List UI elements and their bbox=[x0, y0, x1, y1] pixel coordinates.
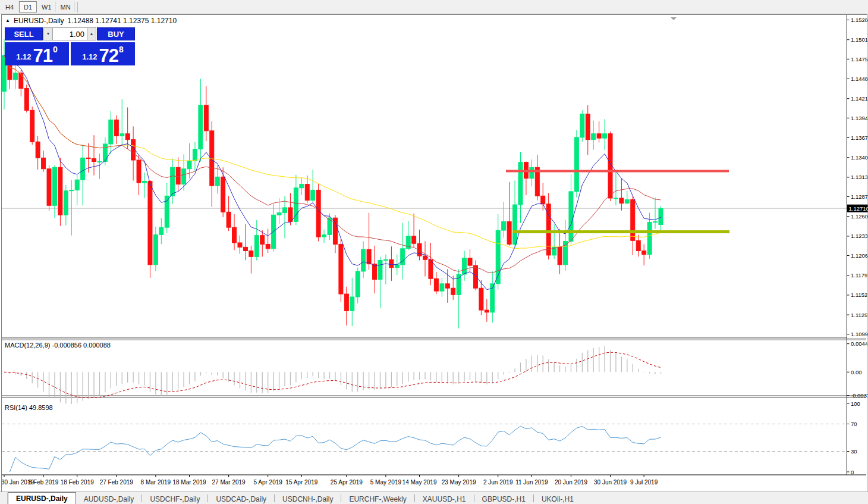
svg-text:70: 70 bbox=[851, 421, 857, 427]
timeframe-button-h4[interactable]: H4 bbox=[1, 1, 18, 12]
symbol-title: EURUSD-,Daily bbox=[14, 17, 64, 25]
svg-text:1.13135: 1.13135 bbox=[851, 174, 868, 180]
date-tick-label: 18 Feb 2019 bbox=[61, 479, 95, 486]
svg-text:1.11255: 1.11255 bbox=[851, 312, 868, 318]
svg-text:1.15015: 1.15015 bbox=[851, 36, 868, 43]
sell-price-sup: 0 bbox=[53, 45, 58, 54]
tab-xauusd-h1[interactable]: XAUUSD-,H1 bbox=[415, 493, 474, 504]
date-tick-label: 15 Apr 2019 bbox=[285, 479, 317, 486]
buy-price-sup: 8 bbox=[119, 45, 124, 54]
volume-spinner: ▼ ▲ bbox=[43, 27, 96, 40]
svg-text:1.13675: 1.13675 bbox=[851, 134, 868, 141]
volume-decrement-button[interactable]: ▼ bbox=[43, 27, 53, 40]
date-tick-label: 20 Jun 2019 bbox=[555, 479, 587, 486]
buy-price-big: 72 bbox=[99, 48, 118, 64]
mt4-screen: 1.152851.150151.147501.144801.142101.139… bbox=[0, 0, 868, 504]
svg-text:1.12065: 1.12065 bbox=[851, 252, 868, 259]
sell-price-big: 71 bbox=[33, 48, 52, 64]
svg-text:1.10990: 1.10990 bbox=[851, 331, 868, 337]
svg-text:-0.00371: -0.00371 bbox=[851, 392, 868, 399]
svg-text:1.14480: 1.14480 bbox=[851, 76, 868, 82]
date-tick-label: 25 Apr 2019 bbox=[331, 479, 363, 486]
tabbar-spacer bbox=[0, 493, 8, 504]
timeframe-button-mn[interactable]: MN bbox=[56, 1, 75, 12]
tab-eurusd-daily[interactable]: EURUSD-,Daily bbox=[8, 492, 76, 504]
chart-tabs-bar: EURUSD-,DailyAUDUSD-,DailyUSDCHF-,DailyU… bbox=[0, 492, 868, 504]
svg-text:1.11525: 1.11525 bbox=[851, 292, 868, 298]
tab-usdcad-daily[interactable]: USDCAD-,Daily bbox=[208, 493, 274, 504]
macd-label: MACD(12,26,9) -0.000856 0.000088 bbox=[5, 342, 111, 349]
svg-text:1.14750: 1.14750 bbox=[851, 56, 868, 62]
sell-button[interactable]: SELL bbox=[5, 27, 43, 40]
tab-usdcnh-daily[interactable]: USDCNH-,Daily bbox=[275, 493, 341, 504]
buy-price[interactable]: 1.12 72 8 bbox=[71, 42, 135, 65]
chart-canvas[interactable]: 1.152851.150151.147501.144801.142101.139… bbox=[0, 0, 868, 504]
svg-text:1.15285: 1.15285 bbox=[851, 17, 868, 23]
volume-increment-button[interactable]: ▲ bbox=[87, 27, 96, 40]
svg-text:0.00: 0.00 bbox=[851, 369, 862, 375]
date-tick-label: 23 May 2019 bbox=[442, 479, 476, 486]
svg-text:1.13405: 1.13405 bbox=[851, 154, 868, 161]
date-tick-label: 2 Jun 2019 bbox=[483, 479, 513, 486]
current-price-badge-text: 1.12710 bbox=[849, 205, 868, 212]
tab-gbpusd-h1[interactable]: GBPUSD-,H1 bbox=[474, 493, 533, 504]
svg-text:100: 100 bbox=[851, 400, 860, 407]
svg-text:0.004465: 0.004465 bbox=[851, 340, 868, 347]
date-tick-label: 5 Apr 2019 bbox=[253, 479, 282, 486]
buy-button[interactable]: BUY bbox=[97, 27, 135, 40]
date-tick-label: 9 Jul 2019 bbox=[630, 479, 658, 486]
date-tick-label: 8 Feb 2019 bbox=[29, 479, 59, 486]
svg-text:30: 30 bbox=[851, 448, 857, 455]
toolbar-divider bbox=[77, 2, 78, 12]
svg-text:1.12600: 1.12600 bbox=[851, 213, 868, 220]
timeframe-toolbar: H4D1W1MN bbox=[0, 0, 868, 14]
date-tick-label: 14 May 2019 bbox=[402, 479, 437, 486]
volume-input[interactable] bbox=[53, 27, 87, 40]
date-tick-label: 8 Mar 2019 bbox=[141, 479, 171, 486]
tab-usdchf-daily[interactable]: USDCHF-,Daily bbox=[142, 493, 207, 504]
tab-ukoil-h1[interactable]: UKOil-,H1 bbox=[534, 493, 581, 504]
svg-text:1.12330: 1.12330 bbox=[851, 233, 868, 239]
svg-text:1.12870: 1.12870 bbox=[851, 193, 868, 200]
svg-text:0: 0 bbox=[851, 469, 854, 475]
date-tick-label: 30 Jun 2019 bbox=[594, 479, 627, 486]
ohlc-values: 1.12488 1.12741 1.12375 1.12710 bbox=[68, 17, 177, 25]
timeframe-button-w1[interactable]: W1 bbox=[37, 1, 56, 12]
tab-eurchf-weekly[interactable]: EURCHF-,Weekly bbox=[341, 493, 414, 504]
date-tick-label: 18 Mar 2019 bbox=[172, 479, 206, 486]
svg-text:1.11795: 1.11795 bbox=[851, 272, 868, 278]
chart-background bbox=[2, 14, 867, 491]
buy-price-prefix: 1.12 bbox=[82, 52, 97, 61]
date-tick-label: 27 Mar 2019 bbox=[212, 479, 246, 486]
chart-title: ▲ EURUSD-,Daily 1.12488 1.12741 1.12375 … bbox=[5, 17, 177, 25]
timeframe-button-d1[interactable]: D1 bbox=[19, 1, 37, 12]
rsi-label: RSI(14) 49.8598 bbox=[5, 404, 53, 411]
collapse-icon[interactable]: ▲ bbox=[5, 18, 10, 23]
svg-text:1.13945: 1.13945 bbox=[851, 115, 868, 121]
svg-text:1.14210: 1.14210 bbox=[851, 95, 868, 102]
date-tick-label: 27 Feb 2019 bbox=[100, 479, 134, 486]
trade-controls-row: SELL ▼ ▲ BUY bbox=[5, 27, 135, 40]
sell-price[interactable]: 1.12 71 0 bbox=[5, 42, 69, 65]
trade-prices-row: 1.12 71 0 1.12 72 8 bbox=[5, 42, 135, 65]
date-tick-label: 5 May 2019 bbox=[370, 479, 402, 486]
date-tick-label: 11 Jun 2019 bbox=[515, 479, 548, 486]
one-click-trading-panel: SELL ▼ ▲ BUY 1.12 71 0 1.12 72 8 bbox=[5, 27, 135, 65]
sell-price-prefix: 1.12 bbox=[16, 52, 31, 61]
tab-audusd-daily[interactable]: AUDUSD-,Daily bbox=[76, 493, 142, 504]
